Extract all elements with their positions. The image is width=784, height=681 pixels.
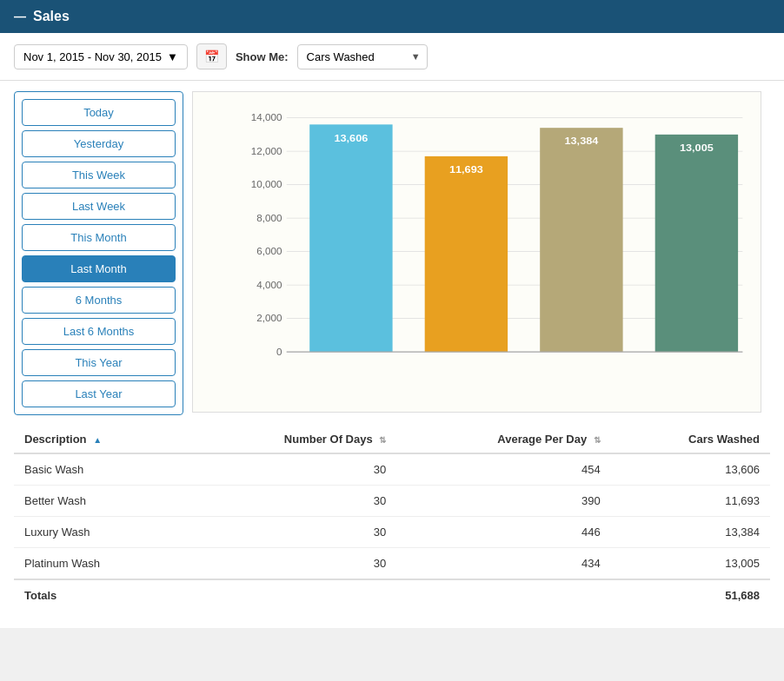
sidebar-item-this-month[interactable]: This Month (22, 224, 176, 251)
col-header-days[interactable]: Number Of Days ⇅ (184, 426, 397, 453)
svg-text:10,000: 10,000 (251, 180, 282, 189)
bar-luxury-wash (540, 128, 622, 352)
sidebar-item-this-week[interactable]: This Week (22, 162, 176, 188)
calendar-icon: 📅 (204, 50, 219, 63)
col-header-description[interactable]: Description ▲ (14, 426, 184, 453)
table-header-row: Description ▲ Number Of Days ⇅ Average P… (14, 426, 770, 453)
table-section: Description ▲ Number Of Days ⇅ Average P… (0, 426, 784, 628)
col-header-avg[interactable]: Average Per Day ⇅ (396, 426, 610, 453)
app-header: — Sales (0, 0, 784, 33)
col-header-cars: Cars Washed (611, 426, 770, 453)
row-avg: 446 (396, 517, 610, 548)
data-table: Description ▲ Number Of Days ⇅ Average P… (14, 426, 770, 611)
sidebar-item-last-month[interactable]: Last Month (22, 255, 176, 282)
sidebar-item-last-year[interactable]: Last Year (22, 380, 176, 407)
row-days: 30 (184, 486, 397, 517)
row-description: Platinum Wash (14, 548, 184, 580)
row-days: 30 (184, 548, 397, 580)
totals-avg (396, 579, 610, 611)
svg-text:0: 0 (276, 347, 282, 356)
totals-label: Totals (14, 579, 184, 611)
row-avg: 434 (396, 548, 610, 580)
row-cars: 13,384 (611, 517, 770, 548)
toolbar: Nov 1, 2015 - Nov 30, 2015 ▼ 📅 Show Me: … (0, 33, 784, 81)
totals-row: Totals 51,688 (14, 579, 770, 611)
row-days: 30 (184, 453, 397, 486)
date-range-button[interactable]: Nov 1, 2015 - Nov 30, 2015 ▼ (14, 44, 188, 69)
sidebar-item-last-week[interactable]: Last Week (22, 193, 176, 220)
chevron-down-icon: ▼ (167, 50, 178, 63)
sidebar-item-yesterday[interactable]: Yesterday (22, 130, 176, 157)
show-me-label: Show Me: (236, 50, 289, 63)
sidebar-item-last-6-months[interactable]: Last 6 Months (22, 318, 176, 345)
table-row: Better Wash 30 390 11,693 (14, 486, 770, 517)
main-content: Today Yesterday This Week Last Week This… (0, 81, 784, 426)
svg-text:4,000: 4,000 (256, 280, 282, 289)
svg-text:8,000: 8,000 (256, 213, 282, 222)
row-cars: 13,005 (611, 548, 770, 580)
svg-text:2,000: 2,000 (256, 314, 282, 323)
row-avg: 454 (396, 453, 610, 486)
totals-days (184, 579, 397, 611)
svg-text:14,000: 14,000 (251, 113, 282, 122)
row-days: 30 (184, 517, 397, 548)
date-range-label: Nov 1, 2015 - Nov 30, 2015 (23, 50, 162, 63)
row-description: Basic Wash (14, 453, 184, 486)
svg-text:13,384: 13,384 (564, 136, 598, 147)
sidebar-item-today[interactable]: Today (22, 99, 176, 126)
bar-chart: 0 2,000 4,000 6,000 8,000 10,000 12,000 … (245, 109, 752, 377)
sort-neutral-icon: ⇅ (379, 435, 386, 445)
show-me-dropdown-wrapper: Cars Washed Revenue Transactions ▼ (297, 44, 428, 69)
table-row: Basic Wash 30 454 13,606 (14, 453, 770, 486)
minus-icon: — (14, 10, 26, 23)
row-avg: 390 (396, 486, 610, 517)
sort-neutral-icon: ⇅ (594, 435, 601, 445)
sidebar-item-6-months[interactable]: 6 Months (22, 287, 176, 314)
row-cars: 13,606 (611, 453, 770, 486)
bar-better-wash (425, 156, 508, 352)
show-me-dropdown[interactable]: Cars Washed Revenue Transactions (297, 44, 428, 69)
totals-cars: 51,688 (611, 579, 770, 611)
svg-text:13,005: 13,005 (680, 142, 714, 154)
table-row: Luxury Wash 30 446 13,384 (14, 517, 770, 548)
svg-text:13,606: 13,606 (334, 132, 368, 143)
svg-text:6,000: 6,000 (256, 247, 282, 256)
row-description: Luxury Wash (14, 517, 184, 548)
svg-text:11,693: 11,693 (449, 164, 483, 175)
sort-up-icon: ▲ (93, 435, 102, 445)
sidebar-item-this-year[interactable]: This Year (22, 349, 176, 376)
row-cars: 11,693 (611, 486, 770, 517)
svg-text:12,000: 12,000 (251, 146, 282, 155)
chart-container: 0 2,000 4,000 6,000 8,000 10,000 12,000 … (192, 91, 761, 413)
bar-platinum-wash (655, 135, 738, 352)
sidebar: Today Yesterday This Week Last Week This… (14, 91, 183, 415)
bar-basic-wash (309, 124, 392, 352)
calendar-button[interactable]: 📅 (196, 43, 227, 69)
row-description: Better Wash (14, 486, 184, 517)
chart-area: 0 2,000 4,000 6,000 8,000 10,000 12,000 … (183, 91, 770, 415)
table-row: Platinum Wash 30 434 13,005 (14, 548, 770, 580)
header-title: Sales (33, 9, 70, 24)
